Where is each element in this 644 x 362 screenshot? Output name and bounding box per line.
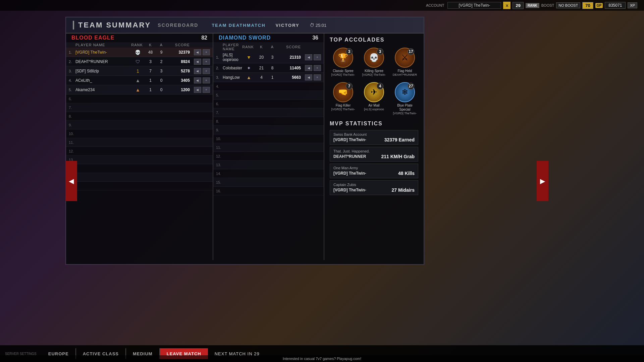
mvp-stat-row: Captain Zubis [VGRD] TheTwin- 27 Midairs — [330, 180, 418, 195]
accolade-player: [VGRD] TheTwin- — [362, 73, 386, 77]
mvp-stat-title: Captain Zubis — [333, 183, 415, 187]
accolades-mvp-panel: TOP ACCOLADES 🏆 3 Classic Spree [VGRD] T… — [324, 34, 424, 260]
no-boost-label: NO BOOST — [556, 2, 580, 8]
left-arrow-button[interactable]: ◀ — [65, 161, 77, 201]
accolade-name: Blue Plate Special — [391, 104, 418, 112]
add-button[interactable]: + — [203, 68, 210, 74]
empty-table-row: 10. — [213, 134, 324, 143]
bottom-bar: SERVER SETTINGS EUROPE ACTIVE CLASS MEDI… — [0, 345, 644, 362]
empty-table-row: 13. — [213, 161, 324, 169]
col-k-label: K — [145, 43, 156, 47]
empty-table-row: 6. — [66, 95, 213, 103]
server-settings-label: SERVER SETTINGS — [0, 352, 42, 356]
table-row: 1. [ALS] oopirooo ▼ 20 3 21310 ◀ + — [213, 52, 324, 63]
add-button[interactable]: + — [314, 65, 321, 71]
scoreboard-label: SCOREBOARD — [158, 22, 198, 28]
medal-icon: ⚔ — [401, 53, 409, 62]
add-button[interactable]: + — [314, 54, 321, 60]
player-name-display: [VGRD] TheTwin- — [447, 2, 501, 9]
mvp-stats-container: Swiss Bank Account [VGRD] TheTwin- 32379… — [330, 130, 418, 195]
blood-eagle-col-headers: PLAYER NAME RANK K A SCORE — [66, 42, 213, 48]
mvp-stat-row: That. Just. Happened. DEAHT*RUNNER 211 K… — [330, 147, 418, 162]
medal-icon: 🤜 — [338, 87, 348, 97]
right-arrow-button[interactable]: ▶ — [537, 161, 548, 201]
mute-button[interactable]: ◀ — [305, 54, 312, 60]
mute-button[interactable]: ◀ — [305, 65, 312, 71]
diamond-sword-header: DIAMOND SWORD 36 — [213, 34, 324, 42]
rank-label: RANK — [526, 3, 539, 8]
gp-icon: GP — [595, 3, 603, 8]
right-arrow-icon: ▶ — [540, 177, 545, 185]
accolade-count: 27 — [408, 83, 414, 89]
xp-label: XP — [628, 2, 637, 8]
mute-button[interactable]: ◀ — [305, 74, 312, 80]
accolade-name: Flag Killer — [336, 104, 351, 108]
mvp-stat-title: That. Just. Happened. — [333, 149, 415, 153]
ds-col-score-label: SCORE — [277, 45, 301, 49]
table-row: 2. Colobaster ✦ 21 8 11405 ◀ + — [213, 63, 324, 73]
accolade-item: 🏆 3 Classic Spree [VGRD] TheTwin- — [330, 48, 357, 77]
blood-eagle-score: 82 — [201, 35, 207, 41]
accolade-count: 7 — [346, 83, 353, 89]
accolade-medal: 🤜 7 — [333, 82, 353, 102]
empty-table-row: 12. — [213, 152, 324, 161]
accolade-player: [VGRD] TheTwin- — [331, 73, 355, 77]
medal-icon: 💀 — [369, 53, 379, 62]
accolade-player: [VGRD] TheTwin- — [393, 112, 417, 115]
accolade-item: 💀 3 Killing Spree [VGRD] TheTwin- — [361, 48, 387, 77]
accolade-medal: 💀 3 — [364, 48, 384, 68]
top-bar: ACCOUNT [VGRD] TheTwin- ⚔ 29 RANK BOOST … — [0, 0, 644, 11]
add-button[interactable]: + — [203, 77, 210, 83]
account-label: ACCOUNT — [426, 3, 444, 7]
mute-button[interactable]: ◀ — [194, 87, 201, 93]
table-row: 4. ACeLith_ ▲ 1 0 3405 ◀ + — [66, 76, 213, 85]
diamond-sword-players: 1. [ALS] oopirooo ▼ 20 3 21310 ◀ + 2. Co… — [213, 52, 324, 260]
panel-title: TEAM SUMMARY — [73, 21, 151, 29]
mvp-stat-value: 27 Midairs — [392, 187, 415, 193]
accolade-item: ❄ 27 Blue Plate Special [VGRD] TheTwin- — [391, 82, 418, 115]
empty-table-row: 16. — [213, 187, 324, 195]
ds-col-a-label: A — [267, 45, 277, 49]
accolade-count: 17 — [408, 48, 414, 55]
boost-label: BOOST — [541, 3, 554, 7]
empty-table-row: 14. — [213, 169, 324, 178]
accolade-item: ✈ 4 Air Mail [ALS] oopirooo — [361, 82, 387, 115]
accolade-item: ⚔ 17 Flag Held DEAHT*RUNNER — [391, 48, 418, 77]
blood-eagle-panel: BLOOD EAGLE 82 PLAYER NAME RANK K A SCOR… — [66, 34, 213, 260]
panel-header: TEAM SUMMARY SCOREBOARD TEAM DEATHMATCH … — [66, 17, 424, 34]
add-button[interactable]: + — [203, 59, 210, 65]
accolade-medal: 🏆 3 — [333, 48, 353, 68]
mute-button[interactable]: ◀ — [194, 77, 201, 83]
blood-eagle-header: BLOOD EAGLE 82 — [66, 34, 213, 42]
ds-col-k-label: K — [256, 45, 267, 49]
mvp-stat-player: [VGRD] TheTwin- — [333, 137, 366, 142]
empty-table-row: 6. — [213, 100, 324, 108]
accolade-count: 4 — [377, 83, 383, 89]
table-row: 5. Akame234 ▲ 1 0 1200 ◀ + — [66, 85, 213, 95]
empty-table-row: 8. — [66, 112, 213, 121]
medal-icon: ✈ — [371, 87, 377, 97]
blood-eagle-players: 1. [VGRD] TheTwin- 💀 48 9 32379 ◀ + 2. D… — [66, 48, 213, 260]
empty-table-row: 11. — [213, 143, 324, 152]
top-bar-inner: [VGRD] TheTwin- ⚔ 29 RANK BOOST NO BOOST… — [447, 2, 637, 9]
accolade-medal: ❄ 27 — [395, 82, 415, 102]
accolade-name: Air Mail — [368, 104, 379, 108]
empty-table-row: 10. — [66, 129, 213, 138]
table-row: 2. DEAHT*RUNNER 🛡 3 2 8924 ◀ + — [66, 57, 213, 66]
add-button[interactable]: + — [203, 87, 210, 93]
mvp-stat-title: Swiss Bank Account — [333, 132, 415, 136]
clock-icon: ⏱ — [310, 22, 314, 28]
col-rank-label: RANK — [129, 43, 145, 47]
diamond-sword-score: 36 — [312, 35, 318, 41]
accolade-item: 🤜 7 Flag Killer [VGRD] TheTwin- — [330, 82, 357, 115]
scoreboard-area: BLOOD EAGLE 82 PLAYER NAME RANK K A SCOR… — [66, 34, 424, 260]
empty-table-row: 8. — [213, 117, 324, 126]
add-button[interactable]: + — [314, 74, 321, 80]
mvp-stat-value: 211 KM/H Grab — [381, 154, 415, 159]
mute-button[interactable]: ◀ — [194, 49, 201, 55]
mute-button[interactable]: ◀ — [194, 68, 201, 74]
accolade-name: Killing Spree — [365, 69, 383, 73]
add-button[interactable]: + — [203, 49, 210, 55]
match-result: VICTORY — [276, 23, 300, 28]
mute-button[interactable]: ◀ — [194, 59, 201, 65]
